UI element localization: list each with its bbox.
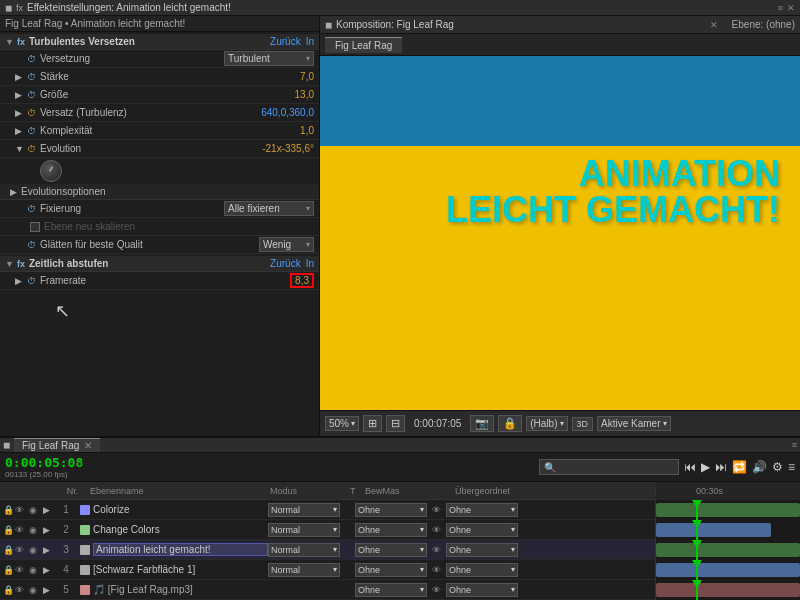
komplexität-expand[interactable]: ▶ — [15, 126, 27, 136]
timeline-menu-btn[interactable]: ≡ — [792, 440, 797, 450]
col-modus-header: Modus — [270, 486, 350, 496]
render-btn[interactable]: 🔒 — [498, 415, 522, 432]
versatz-expand[interactable]: ▶ — [15, 108, 27, 118]
layer3-nr: 3 — [55, 544, 77, 555]
glätten-dropdown[interactable]: Wenig ▾ — [259, 237, 314, 252]
turbulent-in[interactable]: In — [306, 36, 314, 47]
audio-btn[interactable]: 🔊 — [752, 460, 767, 474]
layer2-solo-icon[interactable]: ◉ — [29, 525, 43, 535]
layer4-name: [Schwarz Farbfläche 1] — [93, 564, 268, 575]
grid-btn[interactable]: ⊟ — [386, 415, 405, 432]
layer4-bewmas-dropdown[interactable]: Ohne▾ — [355, 563, 427, 577]
clock-icon-glätten: ⏱ — [27, 240, 36, 250]
evolution-expand[interactable]: ▼ — [15, 144, 27, 154]
clock-icon-größe: ⏱ — [27, 90, 36, 100]
loop-btn[interactable]: 🔁 — [732, 460, 747, 474]
layer3-expand-icon[interactable]: ▶ — [43, 545, 55, 555]
preview-btn[interactable]: ⚙ — [772, 460, 783, 474]
layer2-eye-icon[interactable]: 👁 — [15, 525, 29, 535]
layer3-parent-dropdown[interactable]: Ohne▾ — [446, 543, 518, 557]
layer1-timeline — [656, 500, 800, 520]
comp-close-btn[interactable]: ✕ — [710, 20, 718, 30]
layer2-color-swatch — [80, 525, 90, 535]
layer-row-2: 🔒 👁 ◉ ▶ 2 Change Colors Normal▾ Ohne▾ 👁 … — [0, 520, 800, 540]
zeitlich-expand-icon[interactable]: ▼ — [5, 259, 14, 269]
layer2-modus-dropdown[interactable]: Normal▾ — [268, 523, 340, 537]
play-btn[interactable]: ▶ — [701, 460, 710, 474]
clock-icon-fixierung: ⏱ — [27, 204, 36, 214]
layer3-solo-icon[interactable]: ◉ — [29, 545, 43, 555]
layer2-expand-icon[interactable]: ▶ — [43, 525, 55, 535]
clock-icon-komplexität: ⏱ — [27, 126, 36, 136]
layer4-lock-icon[interactable]: 🔒 — [3, 565, 15, 575]
ebene-neu-checkbox[interactable] — [30, 222, 40, 232]
fixierung-dropdown[interactable]: Alle fixieren ▾ — [224, 201, 314, 216]
layer3-eye-icon[interactable]: 👁 — [15, 545, 29, 555]
layer4-modus-dropdown[interactable]: Normal▾ — [268, 563, 340, 577]
layer1-solo-icon[interactable]: ◉ — [29, 505, 43, 515]
turbulent-zurück[interactable]: Zurück — [270, 36, 301, 47]
evolution-knob[interactable] — [40, 160, 62, 182]
layer3-bewmas-dropdown[interactable]: Ohne▾ — [355, 543, 427, 557]
framerate-expand[interactable]: ▶ — [15, 276, 27, 286]
layer1-lock-icon[interactable]: 🔒 — [3, 505, 15, 515]
fit-btn[interactable]: ⊞ — [363, 415, 382, 432]
camera-icon-btn[interactable]: 📷 — [470, 415, 494, 432]
layer2-lock-icon[interactable]: 🔒 — [3, 525, 15, 535]
layer4-solo-icon[interactable]: ◉ — [29, 565, 43, 575]
search-icon: 🔍 — [540, 462, 560, 473]
layer4-eye-icon[interactable]: 👁 — [15, 565, 29, 575]
layer3-lock-icon[interactable]: 🔒 — [3, 545, 15, 555]
animation-text-line1: ANIMATION — [446, 156, 780, 192]
layer1-bewmas-dropdown[interactable]: Ohne▾ — [355, 503, 427, 517]
comp-tab[interactable]: Fig Leaf Rag — [325, 37, 402, 53]
layer-row-4: 🔒 👁 ◉ ▶ 4 [Schwarz Farbfläche 1] Normal▾… — [0, 560, 800, 580]
zeitlich-group-header: ▼ fx Zeitlich abstufen Zurück In — [0, 256, 319, 272]
layers-list: 🔒 👁 ◉ ▶ 1 Colorize Normal▾ Ohne▾ 👁 Ohne▾ — [0, 500, 800, 600]
layer5-parent-dropdown[interactable]: Ohne▾ — [446, 583, 518, 597]
layer3-eye2-icon: 👁 — [432, 545, 446, 555]
turbulent-expand-icon[interactable]: ▼ — [5, 37, 14, 47]
effects-close-btn[interactable]: ✕ — [787, 3, 795, 13]
cursor-area: ↖ — [0, 290, 319, 350]
layer4-expand-icon[interactable]: ▶ — [43, 565, 55, 575]
timeline-close-btn[interactable]: ✕ — [84, 440, 92, 451]
layer5-lock-icon[interactable]: 🔒 — [3, 585, 15, 595]
zeitlich-in[interactable]: In — [306, 258, 314, 269]
layer1-eye-icon[interactable]: 👁 — [15, 505, 29, 515]
play-next-btn[interactable]: ⏭ — [715, 460, 727, 474]
layer2-timeline — [656, 520, 800, 540]
layer3-modus-dropdown[interactable]: Normal▾ — [268, 543, 340, 557]
clock-icon-versetzung: ⏱ — [27, 54, 36, 64]
stärke-expand[interactable]: ▶ — [15, 72, 27, 82]
play-prev-btn[interactable]: ⏮ — [684, 460, 696, 474]
zeitlich-zurück[interactable]: Zurück — [270, 258, 301, 269]
quality-dropdown[interactable]: (Halb) ▾ — [526, 416, 567, 431]
layer1-parent-dropdown[interactable]: Ohne▾ — [446, 503, 518, 517]
layer5-bewmas-dropdown[interactable]: Ohne▾ — [355, 583, 427, 597]
layer1-expand-icon[interactable]: ▶ — [43, 505, 55, 515]
zoom-dropdown[interactable]: 50% ▾ — [325, 416, 359, 431]
layer5-expand-icon[interactable]: ▶ — [43, 585, 55, 595]
3d-btn[interactable]: 3D — [572, 417, 594, 431]
search-box[interactable]: 🔍 — [539, 459, 679, 475]
layer2-parent-dropdown[interactable]: Ohne▾ — [446, 523, 518, 537]
comp-timecode: 0:00:07:05 — [409, 418, 466, 429]
layer3-bar — [656, 543, 800, 557]
layer5-solo-icon[interactable]: ◉ — [29, 585, 43, 595]
größe-expand[interactable]: ▶ — [15, 90, 27, 100]
camera-dropdown[interactable]: Aktive Kamer ▾ — [597, 416, 670, 431]
layer5-eye-icon[interactable]: 👁 — [15, 585, 29, 595]
layer4-parent-dropdown[interactable]: Ohne▾ — [446, 563, 518, 577]
timeline-tab[interactable]: Fig Leaf Rag ✕ — [14, 438, 100, 452]
layer3-name: Animation leicht gemacht! — [93, 543, 268, 556]
settings-btn[interactable]: ≡ — [788, 460, 795, 474]
layer1-modus-dropdown[interactable]: Normal▾ — [268, 503, 340, 517]
framerate-value: 8,3 — [290, 273, 314, 288]
versetzung-dropdown[interactable]: Turbulent ▾ — [224, 51, 314, 66]
layer-row-3: 🔒 👁 ◉ ▶ 3 Animation leicht gemacht! Norm… — [0, 540, 800, 560]
zoom-value: 50% — [329, 418, 349, 429]
layer2-bewmas-dropdown[interactable]: Ohne▾ — [355, 523, 427, 537]
evolution-opts-expand[interactable]: ▶ — [10, 187, 17, 197]
quality-value: (Halb) — [530, 418, 557, 429]
